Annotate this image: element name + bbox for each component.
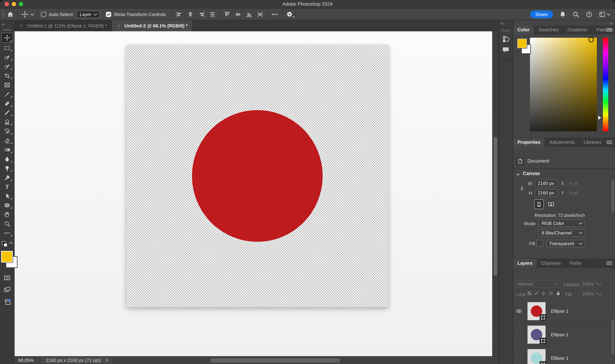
height-field[interactable]: 2160 px	[535, 189, 557, 196]
bit-depth-dropdown[interactable]: 8 Bits/Channel	[538, 229, 585, 237]
eyedropper-tool[interactable]	[0, 90, 14, 99]
brush-tool[interactable]	[0, 108, 14, 117]
default-colors-icon[interactable]	[1, 241, 8, 248]
chevron-down-icon[interactable]	[30, 12, 34, 16]
align-center-h-icon[interactable]	[187, 11, 194, 18]
brush-lock-icon[interactable]	[534, 291, 539, 296]
spot-healing-brush-tool[interactable]	[0, 99, 14, 108]
screen-mode-icon[interactable]	[3, 286, 11, 294]
width-field[interactable]: 2160 px	[535, 180, 557, 187]
properties-tab-adjustments[interactable]: Adjustments	[545, 138, 579, 146]
zoom-tool[interactable]	[0, 219, 14, 228]
link-dimensions-icon[interactable]	[519, 182, 524, 195]
quick-mask-icon[interactable]	[3, 274, 11, 282]
distribute-h-icon[interactable]	[209, 11, 216, 18]
layers-scrollbar-thumb[interactable]	[611, 319, 614, 355]
edit-toolbar-tool[interactable]	[0, 228, 14, 238]
collapse-section-icon[interactable]	[516, 172, 520, 176]
more-options-icon[interactable]	[271, 11, 278, 18]
move-tool-icon[interactable]	[21, 11, 28, 18]
distribute-v-icon[interactable]	[257, 11, 264, 18]
layer-name[interactable]: Ellipse 1	[551, 332, 568, 338]
rectangular-marquee-tool[interactable]	[0, 43, 14, 53]
auto-select-target-dropdown[interactable]: Layer	[77, 11, 100, 18]
lock-checker-lock-icon[interactable]	[527, 291, 532, 296]
move-tool[interactable]	[1, 33, 13, 43]
lasso-tool[interactable]	[0, 62, 14, 71]
vertical-scrollbar-thumb[interactable]	[494, 137, 497, 276]
dodge-tool[interactable]	[0, 164, 14, 173]
x-field[interactable]: 0 px	[567, 180, 589, 187]
properties-tab-libraries[interactable]: Libraries	[579, 138, 606, 146]
landscape-orientation-button[interactable]	[546, 200, 556, 208]
ellipse-shape-tool[interactable]	[0, 201, 14, 210]
color-tab-color[interactable]: Color	[513, 26, 534, 34]
properties-tab-properties[interactable]: Properties	[513, 138, 545, 147]
layer-row[interactable]: Ellipse 1	[513, 347, 615, 364]
layer-row[interactable]: Ellipse 1	[513, 299, 615, 323]
history-panel-icon[interactable]	[502, 35, 510, 43]
layer-row[interactable]: Ellipse 1	[513, 323, 615, 347]
align-middle-icon[interactable]	[235, 11, 242, 18]
layers-tab-channels[interactable]: Channels	[537, 259, 565, 267]
collapse-dock-button[interactable]: ‹‹	[499, 20, 513, 26]
saturation-brightness-field[interactable]	[530, 38, 597, 131]
color-selection-ring[interactable]	[589, 37, 594, 42]
tool-settings-gear[interactable]	[286, 11, 293, 18]
zoom-level-field[interactable]: 68.05%	[18, 358, 34, 363]
layer-thumbnail[interactable]	[527, 302, 546, 321]
path-selection-tool[interactable]	[0, 191, 14, 201]
vertical-scrollbar[interactable]	[492, 31, 498, 356]
lock-lock-icon[interactable]	[556, 291, 561, 296]
lock-artboard-lock-icon[interactable]	[548, 291, 553, 296]
align-bottom-icon[interactable]	[246, 11, 253, 18]
panel-menu-icon[interactable]	[606, 28, 612, 32]
canvas-fill-dropdown[interactable]: Transparent	[546, 240, 585, 247]
expand-toolbar-button[interactable]: ››	[0, 20, 14, 27]
align-top-icon[interactable]	[223, 11, 231, 18]
layers-tab-layers[interactable]: Layers	[513, 259, 537, 268]
color-tab-swatches[interactable]: Swatches	[534, 26, 563, 34]
layer-visibility-toggle[interactable]	[513, 347, 525, 364]
document-tab[interactable]: Untitled-1 @ 112% (Ellipse 1, RGB/8) *	[14, 20, 112, 31]
align-right-icon[interactable]	[198, 11, 205, 18]
move-lock-icon[interactable]	[541, 291, 546, 296]
layer-fill-field[interactable]: 100%	[579, 290, 597, 298]
hue-slider-arrow[interactable]	[598, 116, 603, 120]
help-icon[interactable]: ?	[586, 11, 593, 18]
blur-tool[interactable]	[0, 155, 14, 164]
pen-tool[interactable]	[0, 173, 14, 182]
close-tab-icon[interactable]	[19, 24, 24, 28]
search-icon[interactable]	[572, 11, 579, 18]
color-tab-gradients[interactable]: Gradients	[563, 26, 592, 34]
layer-thumbnail[interactable]	[527, 325, 546, 344]
portrait-orientation-button[interactable]	[534, 199, 544, 209]
comments-panel-icon[interactable]	[502, 46, 510, 54]
document-info[interactable]: 2160 px x 2160 px (72 ppi)	[42, 357, 112, 364]
layer-visibility-toggle[interactable]	[513, 323, 525, 346]
home-icon[interactable]	[7, 11, 14, 18]
document-tab[interactable]: Untitled-2 @ 68.1% (RGB/8) *	[112, 20, 193, 31]
canvas-viewport[interactable]	[14, 31, 492, 356]
foreground-color-swatch[interactable]	[1, 251, 13, 263]
canvas-artboard[interactable]	[126, 45, 388, 307]
panel-grip[interactable]	[502, 29, 510, 32]
panel-menu-icon[interactable]	[606, 261, 612, 265]
clone-stamp-tool[interactable]	[0, 117, 14, 127]
layer-name[interactable]: Ellipse 1	[551, 309, 568, 314]
canvas-fill-swatch[interactable]	[536, 240, 543, 247]
share-image-icon[interactable]	[3, 298, 11, 306]
object-selection-tool[interactable]	[0, 53, 14, 62]
toolbar-grip[interactable]	[3, 29, 11, 31]
foreground-color-swatch[interactable]	[517, 39, 527, 48]
notifications-bell-icon[interactable]	[559, 11, 566, 18]
ellipse-layer-shape[interactable]	[192, 110, 323, 242]
opacity-field[interactable]: 100%	[579, 280, 597, 287]
layers-tab-paths[interactable]: Paths	[565, 259, 586, 267]
hand-tool[interactable]	[0, 210, 14, 219]
hue-slider[interactable]	[603, 38, 608, 131]
panel-menu-icon[interactable]	[606, 141, 612, 144]
layer-thumbnail[interactable]	[527, 349, 546, 364]
type-tool[interactable]: T	[0, 182, 14, 191]
align-left-icon[interactable]	[176, 11, 183, 18]
